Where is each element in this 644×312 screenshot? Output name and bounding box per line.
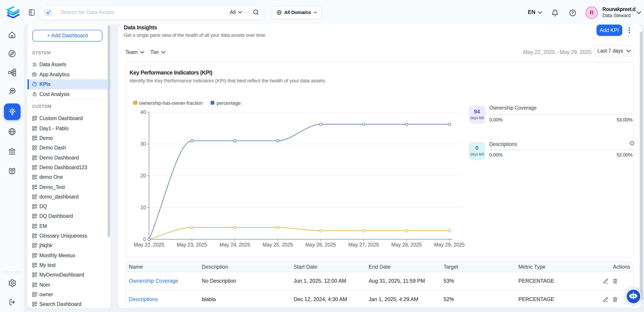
svg-text:20: 20: [140, 173, 146, 178]
dashboard-plus-icon: [32, 175, 37, 180]
row-actions: [602, 290, 618, 308]
page-scrollbar[interactable]: [640, 32, 643, 300]
column-header-name[interactable]: Name: [129, 262, 143, 272]
sidebar-item-owner[interactable]: owner: [27, 289, 110, 299]
sidebar-item-app-analytics[interactable]: App Analytics: [27, 70, 110, 80]
svg-text:May 25, 2025: May 25, 2025: [262, 242, 293, 247]
sidebar-item-nom[interactable]: Nom: [27, 280, 110, 290]
settings-gear-icon[interactable]: [8, 278, 16, 287]
kpi-name-link[interactable]: Ownership Coverage: [129, 272, 178, 290]
sidebar-item-data-assets[interactable]: Data Assets: [27, 60, 110, 70]
sidebar-item-mydemodashboard[interactable]: MyDemoDashboard: [27, 270, 110, 280]
home-icon[interactable]: [8, 31, 16, 39]
sidebar-toggle-icon[interactable]: [29, 9, 34, 16]
avatar[interactable]: R: [586, 6, 598, 19]
edit-icon[interactable]: [602, 297, 608, 302]
sidebar-item-demo-dashboard[interactable]: Demo Dashboard: [27, 153, 110, 163]
data-assets-icon: [32, 62, 37, 67]
sidebar-item-dq-dashboard[interactable]: DQ Dashboard: [27, 211, 110, 221]
kpi-chart-card: Key Performance Indicators (KPI) Identif…: [126, 62, 634, 257]
sidebar-item-dq[interactable]: DQ: [27, 202, 110, 211]
add-dashboard-button[interactable]: + Add Dashboard: [32, 30, 102, 41]
dashboard-plus-icon: [32, 272, 37, 278]
svg-text:May 26, 2025: May 26, 2025: [305, 242, 336, 247]
notifications-bell-icon[interactable]: [551, 9, 558, 17]
ai-sparkle-icon[interactable]: [44, 9, 52, 16]
dashboard-plus-icon: [32, 145, 37, 150]
info-icon[interactable]: [630, 141, 634, 145]
logout-icon[interactable]: [8, 298, 16, 306]
search-bar[interactable]: Search for Data Assets All: [38, 5, 265, 20]
sidebar-item-demo-one[interactable]: demo One: [27, 172, 110, 182]
tier-filter[interactable]: Tier: [150, 50, 166, 55]
language-dropdown[interactable]: EN: [528, 6, 542, 19]
sidebar-item-demo[interactable]: Demo: [27, 133, 110, 143]
chevron-down-icon[interactable]: [636, 11, 641, 15]
docs-icon[interactable]: [8, 167, 16, 175]
sidebar-item-monthly-meetuo[interactable]: Monthly Meetuo: [27, 250, 110, 260]
sidebar-item-glossary-uniqueness[interactable]: Glossary Uniqueness: [27, 231, 110, 241]
sidebar-item-search-dashboard[interactable]: Search Dashboard: [27, 299, 110, 308]
kpi-end-date: Jan 1, 2025, 4:29 AM: [369, 290, 418, 308]
edit-icon[interactable]: [602, 278, 608, 284]
sidebar-item-demo-dash[interactable]: Demo Dash: [27, 143, 110, 153]
chevron-down-icon: [538, 11, 542, 14]
domains-dropdown[interactable]: All Domains: [271, 6, 322, 19]
sidebar-item-day1-pablo[interactable]: Day1 - Pablo: [27, 123, 110, 133]
range-select[interactable]: Last 7 days: [594, 45, 634, 57]
column-header-start-date[interactable]: Start Date: [294, 262, 317, 272]
dashboard-plus-icon: [32, 243, 37, 248]
compass-icon[interactable]: [8, 49, 16, 58]
table-header: Name Description Start Date End Date Tar…: [126, 262, 633, 272]
observability-icon[interactable]: [8, 87, 16, 96]
sidebar-item-my-test[interactable]: My test: [27, 260, 110, 270]
kpi-description: No Description: [202, 272, 236, 290]
help-icon[interactable]: ?: [570, 10, 576, 16]
institution-icon[interactable]: [8, 147, 16, 155]
table-row: Ownership CoverageNo DescriptionJun 1, 2…: [126, 272, 633, 290]
sidebar-item-demo-test[interactable]: Demo_Test: [27, 182, 110, 192]
search-icon[interactable]: [252, 9, 259, 16]
column-header-description[interactable]: Description: [202, 262, 228, 272]
sidebar-item-insights-active[interactable]: [4, 103, 20, 120]
column-header-metric-type[interactable]: Metric Type: [518, 262, 546, 272]
web-icon[interactable]: [8, 127, 16, 136]
more-options-kebab[interactable]: [625, 24, 634, 36]
sidebar-item-kpis[interactable]: KPIs: [27, 80, 110, 89]
svg-text:10: 10: [140, 204, 146, 210]
kpi-name-link[interactable]: Descriptions: [129, 290, 158, 308]
sidebar-item-cost-analysis[interactable]: $Cost Analysis: [27, 89, 110, 99]
user-menu[interactable]: Rounakpreet.d Data Steward: [602, 6, 636, 19]
dashboard-plus-icon: [32, 214, 37, 219]
lightbulb-icon: [7, 107, 17, 117]
search-input[interactable]: Search for Data Assets: [60, 6, 114, 19]
dashboard-plus-icon: [32, 223, 37, 229]
kpi-summary-label: Ownership Coverage: [489, 105, 536, 110]
sidebar-item-jhkjhk[interactable]: jhkjhk: [27, 241, 110, 250]
kpi-metric-type: PERCENTAGE: [518, 290, 554, 308]
dashboard-plus-icon: [32, 262, 37, 268]
column-header-target[interactable]: Target: [444, 262, 458, 272]
sidebar-item-custom-dashboard[interactable]: Custom Dashboard: [27, 114, 110, 124]
add-kpi-button[interactable]: Add KPI: [596, 24, 622, 36]
column-header-end-date[interactable]: End Date: [369, 262, 390, 272]
search-scope-dropdown[interactable]: All: [230, 6, 242, 19]
sidebar-item-em[interactable]: EM: [27, 221, 110, 231]
days-left-badge: 0 days left: [468, 142, 485, 160]
kpi-end-date: Aug 31, 2025, 11:59 PM: [369, 272, 425, 290]
column-header-actions: Actions: [613, 262, 630, 272]
chatbot-button[interactable]: [627, 290, 640, 303]
sidebar-item-demo-dashboard123[interactable]: Demo Dashboard123: [27, 163, 110, 173]
delete-icon[interactable]: [612, 278, 618, 284]
sidebar-item-domo-dashboard[interactable]: domo_dashboard: [27, 192, 110, 202]
svg-text:May 27, 2025: May 27, 2025: [348, 242, 378, 247]
sidebar-scrollbar[interactable]: [108, 25, 110, 237]
dashboard-plus-icon: [32, 155, 37, 160]
delete-icon[interactable]: [612, 297, 618, 302]
globe-icon: [276, 9, 282, 16]
decube-logo[interactable]: [6, 6, 20, 18]
kpi-progress-bar: [489, 114, 632, 115]
team-filter[interactable]: Team: [126, 50, 144, 55]
lineage-icon[interactable]: [8, 68, 16, 77]
dashboard-plus-icon: [32, 194, 37, 199]
